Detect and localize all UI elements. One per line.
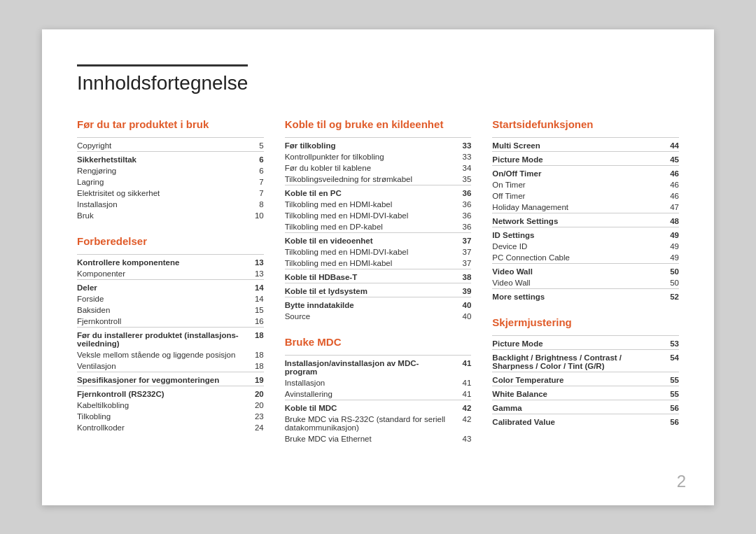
table-row: On/Off Timer46 [492,165,679,179]
entry-label: Source [285,311,451,322]
entry-label: On Timer [492,179,658,190]
entry-label: Tilkobling med en HDMI-kabel [285,199,451,210]
entry-page: 37 [450,232,471,246]
entry-page: 37 [450,258,471,269]
toc-columns: Før du tar produktet i brukCopyright5Sik… [77,118,679,444]
entry-page: 44 [658,137,679,151]
entry-page: 50 [658,277,679,289]
entry-label: Tilkobling med en HDMI-kabel [285,258,451,269]
table-row: On Timer46 [492,179,679,190]
entry-label: Koble til en videoenhet [285,232,451,246]
entry-page: 54 [658,349,679,372]
entry-page: 24 [243,422,264,433]
entry-label: Avinstallering [285,388,451,400]
table-row: Koble til en videoenhet37 [285,232,472,246]
entry-label: Komponenter [77,268,243,280]
table-row: Kontrollpunkter for tilkobling33 [285,151,472,162]
entry-page: 46 [658,179,679,190]
table-row: Avinstallering41 [285,388,472,400]
table-row: Veksle mellom stående og liggende posisj… [77,349,264,360]
table-row: Tilkobling med en HDMI-DVI-kabel37 [285,246,472,258]
entry-label: ID Settings [492,227,658,241]
entry-label: Fjernkontroll [77,316,243,328]
table-row: Video Wall50 [492,263,679,277]
entry-label: Veksle mellom stående og liggende posisj… [77,349,243,360]
table-row: Picture Mode53 [492,335,679,349]
table-row: Tilkoblingsveiledning for strømkabel35 [285,174,472,185]
entry-page: 47 [658,202,679,213]
column-2: Koble til og bruke en kildeenhetFør tilk… [285,118,472,444]
entry-label: More settings [492,288,658,302]
table-row: Kontrollkoder24 [77,422,264,433]
table-row: Calibrated Value56 [492,414,679,428]
entry-label: Elektrisitet og sikkerhet [77,188,243,199]
entry-label: Spesifikasjoner for veggmonteringen [77,372,243,386]
column-3: StartsidefunksjonenMulti Screen44Picture… [492,118,679,444]
table-row: Bruke MDC via Ethernet43 [285,433,472,444]
toc-table: Copyright5Sikkerhetstiltak6Rengjøring6La… [77,137,264,221]
entry-label: Bruke MDC via RS-232C (standard for seri… [285,414,451,433]
entry-page: 46 [658,165,679,179]
entry-label: On/Off Timer [492,165,658,179]
table-row: Før du kobler til kablene34 [285,162,472,174]
toc-table: Før tilkobling33Kontrollpunkter for tilk… [285,137,472,322]
entry-page: 6 [243,151,264,165]
table-row: White Balance55 [492,386,679,400]
entry-label: Calibrated Value [492,414,658,428]
table-row: Video Wall50 [492,277,679,289]
page-title: Innholdsfortegnelse [77,64,248,97]
entry-page: 7 [243,176,264,188]
table-row: Color Temperature55 [492,372,679,386]
entry-label: Lagring [77,176,243,188]
entry-label: Deler [77,279,243,293]
table-row: Backlight / Brightness / Contrast / Shar… [492,349,679,372]
entry-page: 36 [450,199,471,210]
table-row: Kontrollere komponentene13 [77,254,264,268]
table-row: Tilkobling med en HDMI-DVI-kabel36 [285,210,472,221]
table-row: More settings52 [492,288,679,302]
page: Innholdsfortegnelse Før du tar produktet… [42,29,714,505]
entry-page: 55 [658,386,679,400]
entry-page: 49 [658,227,679,241]
entry-page: 16 [243,316,264,328]
entry-label: Før du installerer produktet (installasj… [77,327,243,349]
entry-page: 18 [243,349,264,360]
entry-label: Tilkobling med en HDMI-DVI-kabel [285,246,451,258]
entry-label: PC Connection Cable [492,252,658,264]
table-row: Forside14 [77,293,264,304]
table-row: Copyright5 [77,137,264,151]
entry-label: Tilkobling med en DP-kabel [285,221,451,233]
page-number: 2 [677,472,686,491]
entry-label: Koble til MDC [285,400,451,414]
section-title: Skjermjustering [492,316,679,328]
section-title: Før du tar produktet i bruk [77,118,264,130]
entry-label: Installasjon [285,377,451,388]
entry-page: 23 [243,411,264,422]
table-row: PC Connection Cable49 [492,252,679,264]
entry-page: 40 [450,297,471,311]
entry-label: Kontrollpunkter for tilkobling [285,151,451,162]
entry-page: 14 [243,279,264,293]
table-row: ID Settings49 [492,227,679,241]
entry-label: Bruk [77,210,243,221]
entry-page: 34 [450,162,471,174]
entry-page: 41 [450,388,471,400]
entry-page: 48 [658,213,679,227]
toc-table: Multi Screen44Picture Mode45On/Off Timer… [492,137,679,302]
entry-label: Sikkerhetstiltak [77,151,243,165]
entry-label: Før du kobler til kablene [285,162,451,174]
entry-page: 40 [450,311,471,322]
table-row: Elektrisitet og sikkerhet7 [77,188,264,199]
table-row: Rengjøring6 [77,165,264,176]
entry-page: 37 [450,246,471,258]
table-row: Tilkobling med en HDMI-kabel36 [285,199,472,210]
column-1: Før du tar produktet i brukCopyright5Sik… [77,118,264,444]
table-row: Picture Mode45 [492,151,679,165]
entry-page: 39 [450,283,471,297]
entry-label: Tilkoblingsveiledning for strømkabel [285,174,451,185]
entry-page: 13 [243,254,264,268]
entry-label: Tilkobling med en HDMI-DVI-kabel [285,210,451,221]
entry-page: 18 [243,360,264,372]
table-row: Koble til en PC36 [285,185,472,199]
entry-page: 20 [243,386,264,400]
